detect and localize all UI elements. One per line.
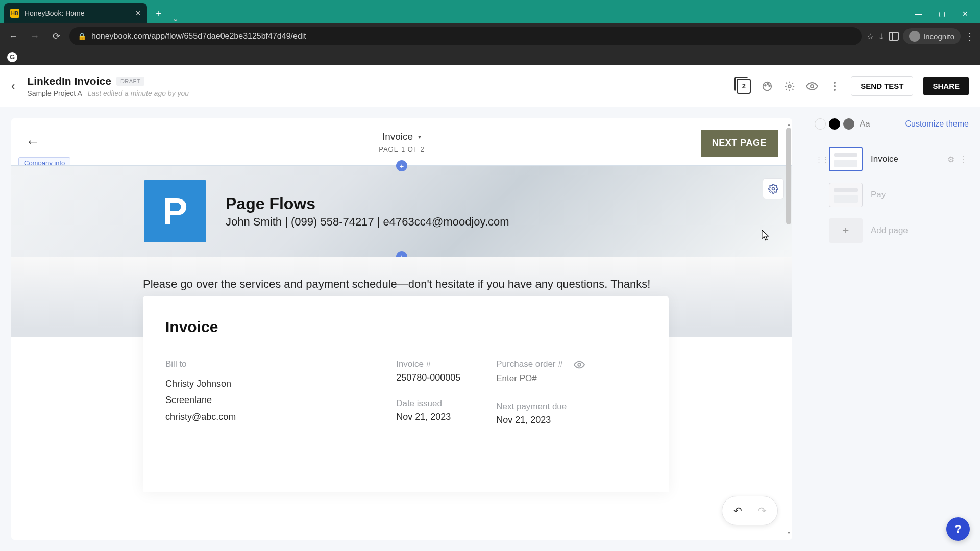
redo-button[interactable]: ↷ (750, 500, 774, 521)
company-name: Page Flows (226, 194, 509, 213)
send-test-button[interactable]: SEND TEST (851, 76, 913, 96)
insert-above-button[interactable]: + (396, 160, 407, 171)
page-selector-dropdown[interactable]: Invoice ▾ (379, 131, 425, 142)
undo-button[interactable]: ↶ (725, 500, 750, 521)
downloads-icon[interactable]: ⤓ (878, 32, 885, 41)
window-controls: — ▢ ✕ (906, 4, 980, 23)
nav-back-icon[interactable]: ← (5, 31, 21, 42)
plus-icon: + (829, 218, 863, 243)
app-header: ‹ LinkedIn Invoice DRAFT Sample Project … (0, 65, 980, 107)
page-thumbnail (829, 183, 863, 207)
lock-icon: 🔒 (78, 32, 86, 40)
svg-point-7 (578, 363, 581, 366)
date-issued-value: Nov 21, 2023 (396, 412, 460, 422)
scrollbar[interactable] (786, 128, 791, 531)
maximize-icon[interactable]: ▢ (930, 4, 953, 23)
date-issued-label: Date issued (396, 398, 460, 409)
project-name: Sample Project A (27, 89, 82, 97)
minimize-icon[interactable]: — (906, 4, 930, 23)
company-avatar: P (144, 180, 206, 242)
bill-to-email: christy@abc.com (165, 409, 396, 425)
bill-to-label: Bill to (165, 359, 396, 369)
tab-close-icon[interactable]: × (135, 8, 141, 19)
incognito-button[interactable]: Incognito (903, 28, 961, 44)
incognito-label: Incognito (923, 32, 954, 41)
next-payment-label: Next payment due (496, 402, 567, 412)
page-more-icon[interactable]: ⋮ (960, 155, 968, 164)
invoice-heading: Invoice (165, 318, 646, 336)
url-text: honeybook.com/app/flow/655d7dae0e2be3125… (91, 32, 306, 41)
more-menu-icon[interactable] (828, 80, 841, 92)
toggle-visibility-icon[interactable] (574, 359, 585, 372)
page-settings-icon[interactable]: ⚙ (947, 155, 954, 164)
canvas-back-button[interactable]: ← (26, 134, 40, 150)
company-header-block[interactable]: + P Page Flows John Smith | (099) 558-74… (11, 165, 792, 257)
svg-point-5 (811, 85, 814, 88)
editor-canvas: ← Invoice ▾ PAGE 1 OF 2 NEXT PAGE Compan… (11, 118, 792, 540)
invoice-card: Invoice Bill to Christy Johnson Screenla… (143, 296, 669, 492)
add-page-label: Add page (871, 226, 908, 236)
theme-swatch-black[interactable] (829, 118, 840, 130)
page-label: Invoice (871, 154, 898, 164)
bookmark-star-icon[interactable]: ☆ (867, 32, 874, 41)
settings-icon[interactable] (783, 80, 796, 92)
customize-theme-link[interactable]: Customize theme (905, 119, 969, 129)
last-edited-text: Last edited a minute ago by you (88, 89, 189, 97)
google-shortcut-icon[interactable]: G (7, 52, 17, 62)
scrollbar-thumb[interactable] (786, 128, 791, 224)
chevron-down-icon: ▾ (418, 133, 421, 140)
theme-swatch-white[interactable] (815, 118, 826, 130)
side-panel-icon[interactable] (889, 32, 899, 41)
share-button[interactable]: SHARE (923, 77, 969, 95)
incognito-icon (909, 31, 920, 42)
svg-point-1 (765, 84, 766, 86)
bill-to-company: Screenlane (165, 392, 396, 408)
address-bar[interactable]: 🔒 honeybook.com/app/flow/655d7dae0e2be31… (69, 27, 862, 45)
tab-favicon: HB (10, 9, 19, 18)
back-button[interactable]: ‹ (11, 80, 15, 93)
close-window-icon[interactable]: ✕ (953, 4, 977, 23)
intro-text[interactable]: Please go over the services and payment … (143, 278, 792, 291)
sidebar-page-pay[interactable]: ⋮⋮ Pay (815, 181, 969, 209)
flow-title: LinkedIn Invoice (27, 75, 111, 87)
preview-eye-icon[interactable] (806, 80, 818, 92)
theme-palette-icon[interactable] (761, 80, 773, 92)
chrome-menu-icon[interactable]: ⋮ (965, 30, 975, 42)
scroll-down-icon[interactable]: ▾ (785, 530, 792, 537)
font-indicator: Aa (860, 119, 870, 129)
page-stack-icon[interactable]: 2 (737, 79, 751, 94)
theme-swatch-grey[interactable] (843, 118, 854, 130)
block-settings-icon[interactable] (763, 178, 784, 199)
add-page-button[interactable]: + Add page (815, 216, 969, 245)
new-tab-button[interactable]: + (151, 6, 166, 21)
sidebar-page-invoice[interactable]: ⋮⋮ Invoice ⚙ ⋮ (815, 145, 969, 173)
bill-to-name: Christy Johnson (165, 375, 396, 392)
page-label: Pay (871, 190, 886, 200)
next-payment-value: Nov 21, 2023 (496, 415, 567, 425)
svg-point-2 (767, 83, 769, 85)
page-thumbnail (829, 147, 863, 171)
undo-redo-toolbar: ↶ ↷ (722, 496, 778, 525)
invoice-number-label: Invoice # (396, 359, 460, 369)
po-label: Purchase order # (496, 359, 567, 369)
browser-tab[interactable]: HB HoneyBook: Home × (4, 3, 147, 23)
browser-tab-strip: HB HoneyBook: Home × + ⌄ — ▢ ✕ (0, 0, 980, 23)
nav-reload-icon[interactable]: ⟳ (48, 31, 64, 42)
tab-dropdown-icon[interactable]: ⌄ (166, 14, 184, 23)
help-button[interactable]: ? (946, 517, 970, 541)
bookmark-bar: G (0, 49, 980, 65)
nav-forward-icon[interactable]: → (27, 31, 43, 42)
company-contact: John Smith | (099) 558-74217 | e4763cc4@… (226, 215, 509, 229)
page-counter: PAGE 1 OF 2 (379, 145, 425, 153)
next-page-button[interactable]: NEXT PAGE (701, 130, 778, 157)
status-badge: DRAFT (116, 77, 144, 86)
svg-point-3 (769, 85, 771, 86)
po-input[interactable] (496, 371, 552, 386)
invoice-number: 250780-000005 (396, 372, 460, 383)
svg-point-4 (789, 85, 792, 88)
page-selector-label: Invoice (382, 131, 413, 142)
right-sidebar: Aa Customize theme ⋮⋮ Invoice ⚙ ⋮ ⋮⋮ Pay… (803, 107, 980, 551)
drag-handle-icon[interactable]: ⋮⋮ (816, 156, 821, 163)
address-bar-row: ← → ⟳ 🔒 honeybook.com/app/flow/655d7dae0… (0, 23, 980, 49)
tab-title: HoneyBook: Home (24, 9, 85, 17)
